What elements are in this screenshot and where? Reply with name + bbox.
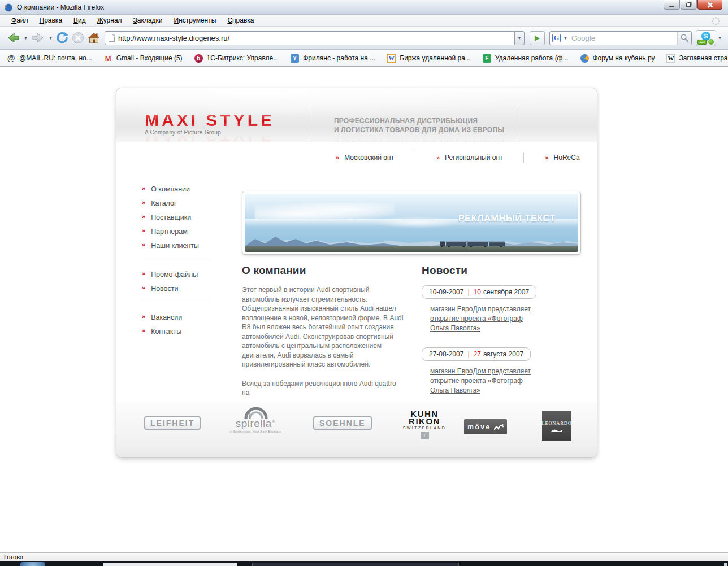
bookmark-freelance[interactable]: Y Фриланс - работа на ...: [291, 54, 375, 63]
menu-view[interactable]: Вид: [68, 15, 92, 26]
menu-file[interactable]: Файл: [6, 15, 34, 26]
back-button[interactable]: [5, 29, 22, 46]
menu-edit[interactable]: Правка: [34, 15, 68, 26]
chevron-right-icon: »: [336, 155, 339, 161]
bookmark-wikipedia[interactable]: W Заглавная страница ...: [666, 54, 728, 63]
nav-separator: [523, 153, 524, 163]
taskbar-window-button[interactable]: [252, 563, 459, 566]
menu-tools[interactable]: Инструменты: [168, 15, 222, 26]
sidebar-item-contacts[interactable]: » Контакты: [142, 328, 215, 335]
brand-logo-spirella[interactable]: spirella® of Switzerland. Your Bath Bout…: [229, 403, 281, 433]
chevron-right-icon: »: [142, 314, 145, 320]
leonardo-glass-icon: [551, 428, 563, 432]
window-title: О компании - Mozilla Firefox: [17, 3, 104, 11]
chevron-right-icon: »: [142, 199, 145, 206]
nav-regional-opt[interactable]: » Региональный опт: [436, 154, 503, 162]
skype-number-badge: 123: [697, 40, 707, 45]
page-favicon-icon: [109, 34, 115, 42]
bookmark-remote-work[interactable]: F Удаленная работа (ф...: [483, 54, 569, 63]
forward-button[interactable]: [29, 29, 47, 46]
location-bar-group: ▼: [105, 31, 525, 45]
sidebar-item-suppliers[interactable]: » Поставщики: [142, 214, 215, 221]
news-heading: Новости: [422, 264, 546, 277]
news-link[interactable]: магазин ЕвроДом представляет открытие пр…: [430, 304, 538, 333]
bookmark-bitrix[interactable]: b 1С-Битрикс: Управле...: [194, 54, 279, 63]
brand-logo-soehnle[interactable]: SOEHNLE: [313, 418, 372, 428]
news-date-day: 27: [474, 350, 481, 358]
sidebar-item-news[interactable]: » Новости: [142, 285, 215, 292]
url-input[interactable]: [118, 34, 511, 42]
home-button[interactable]: [86, 29, 102, 46]
close-button[interactable]: [697, 0, 722, 10]
taskbar-window-button[interactable]: [103, 563, 237, 566]
bookmark-forum-kuban[interactable]: Форум на кубань.ру: [580, 54, 655, 63]
menu-bookmarks[interactable]: Закладки: [128, 15, 168, 26]
news-link[interactable]: магазин ЕвроДом представляет открытие пр…: [430, 367, 538, 395]
news-date-day: 10: [474, 288, 481, 296]
stop-button[interactable]: [70, 29, 86, 46]
forward-history-caret-icon[interactable]: ▼: [47, 36, 54, 40]
menu-history[interactable]: Журнал: [92, 15, 128, 26]
sidebar-divider: [143, 259, 212, 259]
brand-logo-leonardo[interactable]: LEONARDO: [542, 411, 571, 441]
brand-logo-moeve[interactable]: möve: [464, 419, 507, 434]
window-controls: [664, 0, 722, 10]
mountains-truck-graphic: [245, 226, 578, 252]
taskbar-show-desktop[interactable]: [724, 563, 727, 566]
maximize-button[interactable]: [681, 0, 697, 10]
chevron-right-icon: »: [142, 328, 145, 334]
title-bar: О компании - Mozilla Firefox: [0, 0, 728, 15]
go-button[interactable]: ▶: [530, 31, 545, 45]
sidebar-item-label: Каталог: [151, 199, 176, 207]
toolbar-overflow-caret-icon[interactable]: ▼: [716, 36, 723, 40]
url-history-dropdown-button[interactable]: ▼: [514, 31, 525, 45]
sidebar-item-label: Партнерам: [151, 228, 188, 236]
chevron-right-icon: »: [142, 185, 145, 191]
sidebar-item-vacancies[interactable]: » Вакансии: [142, 314, 215, 321]
url-bar[interactable]: [105, 31, 514, 45]
bitrix-icon: b: [194, 54, 203, 63]
start-orb-icon[interactable]: [20, 562, 45, 566]
brand-logo-leifheit[interactable]: LEIFHEIT: [144, 418, 201, 428]
brand-logo-kuhn-rikon[interactable]: KUHN RIKON SWITZERLAND +: [402, 410, 447, 439]
go-arrow-icon: ▶: [535, 34, 540, 42]
registered-mark-icon: ®: [272, 419, 275, 424]
search-input[interactable]: [571, 34, 677, 42]
spirella-wordmark: spirella®: [229, 417, 281, 429]
bookmark-mailru[interactable]: @ @MAIL.RU: почта, но...: [7, 54, 92, 63]
header-divider: [518, 107, 518, 142]
forward-icon: [31, 31, 46, 45]
bookmarks-toolbar: @ @MAIL.RU: почта, но... M Gmail - Входя…: [0, 50, 728, 67]
sidebar-item-label: Поставщики: [151, 214, 191, 221]
minimize-icon: [669, 6, 674, 7]
search-engine-button[interactable]: G ▼: [550, 34, 571, 42]
bookmark-gmail[interactable]: M Gmail - Входящие (5): [104, 54, 183, 63]
search-go-button[interactable]: [677, 32, 691, 45]
back-history-caret-icon[interactable]: ▼: [22, 36, 29, 40]
sidebar-item-partners[interactable]: » Партнерам: [142, 228, 215, 235]
nav-horeca[interactable]: » HoReCa: [545, 154, 579, 162]
search-bar[interactable]: G ▼: [549, 31, 692, 45]
logo-title: MAXI STYLE: [145, 112, 303, 129]
sidebar-item-label: О компании: [151, 185, 190, 193]
sidebar-item-about[interactable]: » О компании: [142, 185, 215, 193]
nav-moscow-opt[interactable]: » Московский опт: [336, 154, 394, 162]
sidebar-item-clients[interactable]: » Наши клиенты: [142, 242, 215, 249]
reload-icon: [55, 31, 69, 45]
menu-help[interactable]: Справка: [222, 15, 259, 26]
sidebar-item-label: Наши клиенты: [151, 242, 199, 250]
firefox-icon: [4, 3, 13, 12]
news-section: Новости 10-09-2007 | 10 сентября 2007 ма…: [422, 264, 546, 401]
taskbar-edge[interactable]: [0, 561, 728, 566]
minimize-button[interactable]: [664, 0, 680, 10]
reload-button[interactable]: [54, 29, 70, 46]
site-logo[interactable]: MAXI STYLE MAXI STYLE A Company of Pictu…: [145, 112, 303, 136]
site-tagline: ПРОФЕССИОНАЛЬНАЯ ДИСТРИБЬЮЦИЯ И ЛОГИСТИК…: [334, 116, 504, 143]
bookmark-birzha[interactable]: W Биржа удаленной ра...: [387, 54, 471, 63]
chevron-right-icon: »: [142, 285, 145, 291]
sidebar-item-catalog[interactable]: » Каталог: [142, 199, 215, 207]
promo-banner[interactable]: РЕКЛАМНЫЙ ТЕКСТ: [242, 191, 581, 255]
skype-extension-button[interactable]: S 123: [696, 30, 716, 46]
sidebar-item-promo-files[interactable]: » Промо-файлы: [142, 271, 215, 278]
bookmark-label: Фриланс - работа на ...: [303, 54, 375, 62]
